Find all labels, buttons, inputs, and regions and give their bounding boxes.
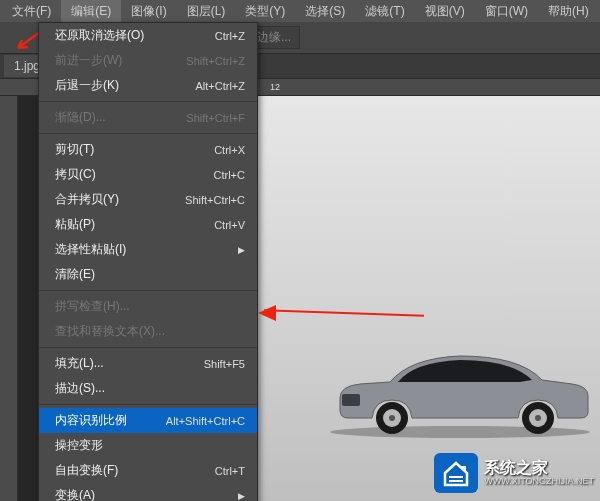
- menu-item-shortcut: Ctrl+X: [214, 144, 245, 156]
- menu-view[interactable]: 视图(V): [415, 0, 475, 23]
- menu-separator: [39, 101, 257, 102]
- menu-item-label: 操控变形: [55, 437, 103, 454]
- menu-item-label: 渐隐(D)...: [55, 109, 106, 126]
- svg-point-0: [330, 426, 590, 438]
- watermark-icon: [434, 453, 478, 493]
- menu-item-label: 清除(E): [55, 266, 95, 283]
- menu-edit[interactable]: 编辑(E): [61, 0, 121, 23]
- menu-item[interactable]: 合并拷贝(Y)Shift+Ctrl+C: [39, 187, 257, 212]
- menu-item-label: 自由变换(F): [55, 462, 118, 479]
- menu-item[interactable]: 后退一步(K)Alt+Ctrl+Z: [39, 73, 257, 98]
- menu-item: 渐隐(D)...Shift+Ctrl+F: [39, 105, 257, 130]
- menu-item-label: 内容识别比例: [55, 412, 127, 429]
- menu-item-shortcut: Shift+Ctrl+C: [185, 194, 245, 206]
- menu-item[interactable]: 自由变换(F)Ctrl+T: [39, 458, 257, 483]
- watermark-title: 系统之家: [484, 459, 594, 477]
- menu-item-label: 变换(A): [55, 487, 95, 501]
- menu-item[interactable]: 内容识别比例Alt+Shift+Ctrl+C: [39, 408, 257, 433]
- menu-item[interactable]: 还原取消选择(O)Ctrl+Z: [39, 23, 257, 48]
- menu-item[interactable]: 变换(A)▶: [39, 483, 257, 501]
- menu-item: 拼写检查(H)...: [39, 294, 257, 319]
- menu-separator: [39, 404, 257, 405]
- car-image: [320, 338, 600, 438]
- svg-point-4: [389, 415, 395, 421]
- menu-item-shortcut: Ctrl+Z: [215, 30, 245, 42]
- menu-item-shortcut: Ctrl+C: [214, 169, 245, 181]
- watermark: 系统之家 WWW.XITONGZHIJIA.NET: [434, 453, 594, 493]
- menu-item-shortcut: Alt+Ctrl+Z: [195, 80, 245, 92]
- menu-separator: [39, 347, 257, 348]
- menu-item[interactable]: 填充(L)...Shift+F5: [39, 351, 257, 376]
- menu-item[interactable]: 描边(S)...: [39, 376, 257, 401]
- menu-type[interactable]: 类型(Y): [235, 0, 295, 23]
- menu-separator: [39, 133, 257, 134]
- menu-filter[interactable]: 滤镜(T): [355, 0, 414, 23]
- menu-image[interactable]: 图像(I): [121, 0, 176, 23]
- menu-item: 前进一步(W)Shift+Ctrl+Z: [39, 48, 257, 73]
- menu-file[interactable]: 文件(F): [2, 0, 61, 23]
- menu-item-label: 填充(L)...: [55, 355, 104, 372]
- menu-item[interactable]: 剪切(T)Ctrl+X: [39, 137, 257, 162]
- svg-point-7: [535, 415, 541, 421]
- menu-item-label: 描边(S)...: [55, 380, 105, 397]
- menu-item-shortcut: Ctrl+T: [215, 465, 245, 477]
- menu-item-label: 选择性粘贴(I): [55, 241, 126, 258]
- menu-item-label: 粘贴(P): [55, 216, 95, 233]
- menu-select[interactable]: 选择(S): [295, 0, 355, 23]
- submenu-indicator-icon: ▶: [238, 491, 245, 501]
- menu-item[interactable]: 拷贝(C)Ctrl+C: [39, 162, 257, 187]
- svg-rect-1: [342, 394, 360, 406]
- menu-item-label: 拷贝(C): [55, 166, 96, 183]
- menu-item-label: 还原取消选择(O): [55, 27, 144, 44]
- menu-item-shortcut: Shift+Ctrl+F: [186, 112, 245, 124]
- ruler-vertical[interactable]: [0, 96, 18, 501]
- menu-item[interactable]: 操控变形: [39, 433, 257, 458]
- menu-bar: 文件(F) 编辑(E) 图像(I) 图层(L) 类型(Y) 选择(S) 滤镜(T…: [0, 0, 600, 22]
- menu-layer[interactable]: 图层(L): [177, 0, 236, 23]
- menu-item-label: 合并拷贝(Y): [55, 191, 119, 208]
- edit-dropdown-menu: 还原取消选择(O)Ctrl+Z前进一步(W)Shift+Ctrl+Z后退一步(K…: [38, 22, 258, 501]
- menu-item-label: 前进一步(W): [55, 52, 122, 69]
- menu-separator: [39, 290, 257, 291]
- submenu-indicator-icon: ▶: [238, 245, 245, 255]
- menu-item-shortcut: Shift+F5: [204, 358, 245, 370]
- menu-item[interactable]: 粘贴(P)Ctrl+V: [39, 212, 257, 237]
- menu-item-shortcut: Ctrl+V: [214, 219, 245, 231]
- menu-item-shortcut: Shift+Ctrl+Z: [186, 55, 245, 67]
- menu-item-label: 剪切(T): [55, 141, 94, 158]
- tab-label: 1.jpg: [14, 59, 40, 73]
- menu-item-shortcut: Alt+Shift+Ctrl+C: [166, 415, 245, 427]
- ruler-tick: 12: [270, 82, 280, 92]
- menu-item[interactable]: 选择性粘贴(I)▶: [39, 237, 257, 262]
- menu-window[interactable]: 窗口(W): [475, 0, 538, 23]
- menu-item-label: 查找和替换文本(X)...: [55, 323, 165, 340]
- menu-item-label: 拼写检查(H)...: [55, 298, 130, 315]
- watermark-url: WWW.XITONGZHIJIA.NET: [484, 477, 594, 487]
- menu-item: 查找和替换文本(X)...: [39, 319, 257, 344]
- menu-help[interactable]: 帮助(H): [538, 0, 599, 23]
- menu-item-label: 后退一步(K): [55, 77, 119, 94]
- menu-item[interactable]: 清除(E): [39, 262, 257, 287]
